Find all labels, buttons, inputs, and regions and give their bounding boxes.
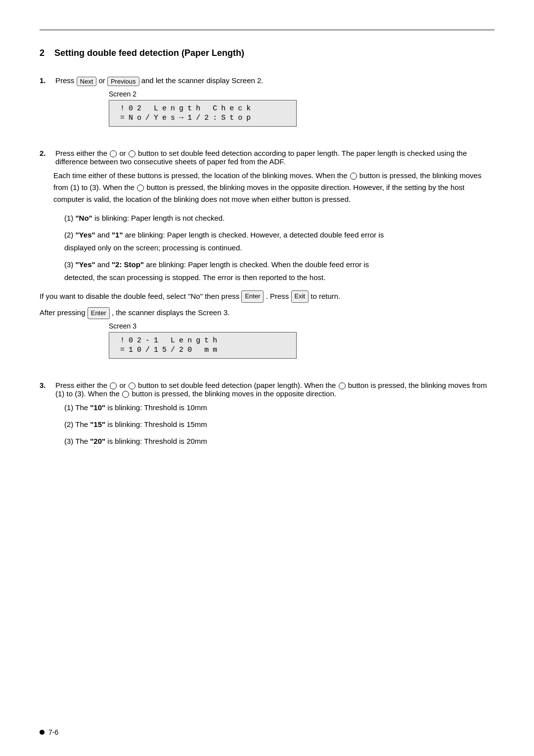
lcd-cell: /: [144, 346, 151, 354]
page-ref: 7-6: [48, 728, 58, 736]
lcd-cell: 1: [153, 346, 159, 354]
lcd-cell: g: [178, 104, 184, 113]
circle-icon-6: [129, 382, 135, 389]
lcd-cell: h: [195, 104, 201, 113]
exit-button-key: Exit: [291, 290, 309, 303]
step-1: 1. Press Next or Previous and let the sc…: [40, 76, 494, 137]
step-3-number: 3.: [40, 381, 53, 389]
disable-text: If you want to disable the double feed, …: [40, 290, 494, 303]
lcd-cell: n: [170, 104, 176, 113]
screen-2-label: Screen 2: [109, 90, 494, 98]
footer: 7-6: [40, 728, 58, 736]
no-bold: "No": [76, 214, 92, 222]
lcd-cell: S: [220, 114, 226, 122]
step-3-list-item-2: (2) The "15" is blinking: Threshold is 1…: [64, 419, 494, 430]
section-heading: 2 Setting double feed detection (Paper L…: [40, 48, 494, 58]
lcd-cell: [144, 104, 151, 113]
lcd-cell: k: [245, 104, 252, 113]
footer-dot: [40, 730, 44, 735]
circle-icon-8: [122, 391, 129, 398]
step-2-number: 2.: [40, 149, 53, 157]
circle-icon-3: [350, 173, 357, 180]
step-3-list-item-1: (1) The "10" is blinking: Threshold is 1…: [64, 402, 494, 414]
lcd-cell: 0: [186, 346, 193, 354]
lcd-cell: C: [212, 104, 218, 113]
step-2-list-item-3-sub: detected, the scan processing is stopped…: [64, 272, 494, 284]
lcd-cell: L: [153, 104, 159, 113]
lcd-cell: m: [212, 346, 218, 354]
lcd-screen-2: ! 0 2 L e n g t h C h e c k: [109, 100, 297, 127]
step-2-content: Press either the or button to set double…: [55, 149, 494, 166]
lcd-cell: t: [203, 336, 210, 345]
section-title: Setting double feed detection (Paper Len…: [54, 48, 244, 58]
lcd-cell: 2: [136, 336, 142, 345]
step-2-para2: Each time either of these buttons is pre…: [53, 170, 494, 205]
step-3-list-item-3: (3) The "20" is blinking: Threshold is 2…: [64, 435, 494, 447]
lcd-cell: t: [228, 114, 235, 122]
lcd-cell: 2: [178, 346, 184, 354]
lcd-cell: h: [212, 336, 218, 345]
lcd-cell: 0: [136, 346, 142, 354]
after-pressing-text: After pressing Enter , the scanner displ…: [40, 307, 494, 319]
step-1-line: 1. Press Next or Previous and let the sc…: [40, 76, 494, 86]
lcd-cell: e: [161, 104, 168, 113]
previous-button-key: Previous: [107, 77, 139, 86]
lcd-cell: /: [195, 114, 201, 122]
step-2-para1: Press either the or button to set double…: [55, 149, 467, 166]
circle-icon-5: [110, 382, 117, 389]
lcd-cell: L: [170, 336, 176, 345]
step-2-list-item-2: (2) "Yes" and "1" are blinking: Paper le…: [64, 229, 494, 254]
lcd-cell: =: [119, 114, 126, 122]
step-3: 3. Press either the or button to set dou…: [40, 381, 494, 447]
step-1-number: 1.: [40, 76, 53, 85]
lcd-cell: 1: [128, 346, 134, 354]
enter-button-key-1: Enter: [241, 290, 264, 303]
lcd-cell: →: [178, 114, 184, 122]
step-1-content: Press Next or Previous and let the scann…: [55, 76, 494, 86]
lcd-cell: [195, 346, 201, 354]
circle-icon-7: [339, 382, 346, 389]
stop-bold: "2: Stop": [112, 260, 144, 269]
lcd-cell: /: [170, 346, 176, 354]
step-2-line: 2. Press either the or button to set dou…: [40, 149, 494, 166]
lcd-cell: [203, 104, 210, 113]
lcd-cell: N: [128, 114, 134, 122]
lcd-cell: g: [195, 336, 201, 345]
lcd-cell: c: [237, 104, 243, 113]
lcd-cell: o: [237, 114, 243, 122]
lcd-cell: 1: [153, 336, 159, 345]
lcd-screen-3: ! 0 2 - 1 L e n g t h = 1 0 /: [109, 332, 297, 359]
ten-bold: "10": [90, 403, 105, 412]
yes-bold-2: "Yes": [76, 260, 95, 269]
step-1-end-text: and let the scanner display Screen 2.: [141, 76, 264, 85]
lcd-cell: e: [178, 336, 184, 345]
lcd-cell: :: [212, 114, 218, 122]
lcd-cell: e: [228, 104, 235, 113]
screen-3-label: Screen 3: [109, 322, 494, 330]
lcd-cell: e: [161, 114, 168, 122]
step-2-list-item-3: (3) "Yes" and "2: Stop" are blinking: Pa…: [64, 259, 494, 284]
top-rule: [40, 30, 494, 30]
twenty-bold: "20": [90, 437, 105, 445]
lcd-cell: Y: [153, 114, 159, 122]
fifteen-bold: "15": [90, 420, 105, 428]
section-number: 2: [40, 48, 44, 58]
lcd-cell: h: [220, 104, 226, 113]
lcd-cell: !: [119, 104, 126, 113]
step-3-line: 3. Press either the or button to set dou…: [40, 381, 494, 398]
lcd-cell: -: [144, 336, 151, 345]
lcd-cell: p: [245, 114, 252, 122]
circle-icon-1: [110, 150, 117, 157]
page: 2 Setting double feed detection (Paper L…: [0, 0, 534, 499]
enter-button-key-2: Enter: [88, 307, 110, 320]
lcd-cell: 5: [161, 346, 168, 354]
circle-icon-2: [129, 150, 135, 157]
circle-icon-4: [137, 185, 144, 191]
lcd-cell: [161, 336, 168, 345]
lcd-cell: /: [144, 114, 151, 122]
lcd-cell: t: [186, 104, 193, 113]
step-2-list-item-1: (1) "No" is blinking: Paper length is no…: [64, 212, 494, 224]
lcd-cell: =: [119, 346, 126, 354]
step-3-content: Press either the or button to set double…: [55, 381, 494, 398]
lcd-cell: 0: [128, 104, 134, 113]
